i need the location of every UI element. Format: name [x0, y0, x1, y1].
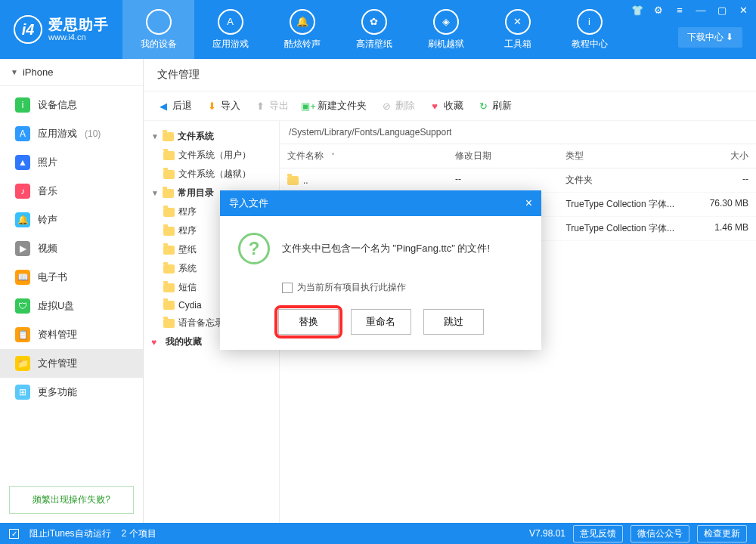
delete-icon: ⊘ [380, 100, 392, 112]
item-count: 2 个项目 [122, 527, 156, 540]
sidebar-item[interactable]: 🔔铃声 [0, 206, 143, 234]
nav-tutorials[interactable]: i教程中心 [553, 0, 625, 59]
sidebar-icon: 🔔 [15, 212, 30, 227]
nav-my-device[interactable]: 我的设备 [122, 0, 194, 59]
refresh-icon: ↻ [477, 100, 489, 112]
path-bar[interactable]: /System/Library/Fonts/LanguageSupport [280, 121, 756, 144]
apple-icon [146, 9, 172, 35]
feedback-button[interactable]: 意见反馈 [573, 525, 623, 542]
bell-icon: 🔔 [290, 9, 315, 35]
folder-icon [287, 176, 299, 185]
app-header: i4 爱思助手 www.i4.cn 我的设备 A应用游戏 🔔酷炫铃声 ✿高清壁纸… [0, 0, 756, 59]
sidebar-icon: ♪ [15, 184, 30, 199]
minimize-icon[interactable]: — [692, 3, 709, 17]
nav-apps[interactable]: A应用游戏 [194, 0, 266, 59]
export-icon: ⬆ [254, 100, 266, 112]
col-size[interactable]: 大小 [688, 144, 756, 168]
itunes-block-label: 阻止iTunes自动运行 [29, 527, 111, 540]
delete-button[interactable]: ⊘删除 [380, 99, 415, 113]
new-folder-icon: ▣+ [302, 100, 314, 112]
folder-icon [163, 170, 175, 179]
toolbox-icon: ✕ [505, 9, 531, 35]
sidebar-icon: ⊞ [15, 385, 30, 400]
favorite-button[interactable]: ♥收藏 [429, 99, 463, 113]
sidebar-item[interactable]: i设备信息 [0, 91, 143, 119]
import-file-dialog: 导入文件 × ? 文件夹中已包含一个名为 "PingFang.ttc" 的文件!… [220, 190, 541, 350]
folder-icon [163, 208, 175, 217]
folder-icon [163, 301, 175, 310]
folder-icon [163, 246, 175, 255]
apply-all-checkbox[interactable]: 为当前所有项目执行此操作 [282, 281, 523, 294]
logo-icon: i4 [14, 15, 42, 44]
sidebar-item[interactable]: 📋资料管理 [0, 320, 143, 349]
folder-icon [163, 283, 175, 292]
faq-link[interactable]: 频繁出现操作失败? [9, 486, 134, 514]
page-title: 文件管理 [144, 59, 756, 91]
maximize-icon[interactable]: ▢ [714, 3, 730, 17]
sidebar-label: 铃声 [38, 213, 57, 227]
sidebar-icon: 📁 [15, 356, 30, 371]
flower-icon: ✿ [361, 9, 387, 35]
wechat-button[interactable]: 微信公众号 [631, 525, 689, 542]
tree-filesystem[interactable]: ▼文件系统 [147, 127, 276, 146]
rename-button[interactable]: 重命名 [351, 309, 411, 335]
col-name[interactable]: 文件名称˄ [280, 144, 448, 168]
dialog-title: 导入文件 [229, 196, 268, 210]
app-logo: i4 爱思助手 www.i4.cn [0, 15, 122, 44]
settings-icon[interactable]: ⚙ [650, 3, 667, 17]
sidebar-item[interactable]: 📁文件管理 [0, 349, 143, 378]
tree-fs-jailbreak[interactable]: 文件系统（越狱） [147, 165, 276, 184]
check-update-button[interactable]: 检查更新 [697, 525, 747, 542]
sidebar-icon: 🛡 [15, 298, 30, 314]
replace-button[interactable]: 替换 [278, 309, 339, 335]
sidebar-item[interactable]: A应用游戏(10) [0, 119, 143, 148]
skip-button[interactable]: 跳过 [423, 309, 484, 335]
sidebar-label: 照片 [38, 156, 57, 169]
sidebar-label: 虚拟U盘 [38, 299, 74, 313]
import-button[interactable]: ⬇导入 [206, 99, 240, 113]
folder-icon [163, 151, 175, 160]
window-controls: 👕 ⚙ ≡ — ▢ ✕ [629, 3, 751, 17]
close-icon[interactable]: ✕ [735, 3, 751, 17]
skin-icon[interactable]: 👕 [629, 3, 646, 17]
file-list-header: 文件名称˄ 修改日期 类型 大小 [280, 144, 756, 168]
nav-toolbox[interactable]: ✕工具箱 [482, 0, 553, 59]
itunes-block-checkbox[interactable]: ✓ [9, 529, 19, 539]
device-selector[interactable]: ▼ iPhone [0, 59, 143, 86]
refresh-button[interactable]: ↻刷新 [477, 99, 512, 113]
download-center-button[interactable]: 下载中心 ⬇ [678, 27, 742, 48]
sidebar-icon: 📖 [15, 270, 30, 285]
back-button[interactable]: ◀后退 [157, 99, 192, 113]
sidebar-item[interactable]: ♪音乐 [0, 177, 143, 206]
checkbox-icon [282, 283, 293, 293]
folder-icon [163, 227, 175, 236]
export-button[interactable]: ⬆导出 [254, 99, 289, 113]
sidebar-label: 更多功能 [38, 385, 77, 399]
sidebar-item[interactable]: 📖电子书 [0, 263, 143, 292]
heart-icon: ♥ [429, 100, 441, 112]
sidebar-item[interactable]: ▲照片 [0, 148, 143, 177]
nav-jailbreak[interactable]: ◈刷机越狱 [410, 0, 482, 59]
sidebar-item[interactable]: 🛡虚拟U盘 [0, 292, 143, 320]
new-folder-button[interactable]: ▣+新建文件夹 [302, 99, 367, 113]
file-row[interactable]: ..--文件夹-- [280, 168, 756, 193]
sidebar-icon: i [15, 97, 30, 113]
dialog-close-button[interactable]: × [525, 196, 532, 210]
col-type[interactable]: 类型 [558, 144, 688, 168]
folder-icon [163, 132, 174, 141]
nav-wallpapers[interactable]: ✿高清壁纸 [338, 0, 410, 59]
sidebar-label: 应用游戏 [38, 127, 77, 141]
sidebar: ▼ iPhone i设备信息A应用游戏(10)▲照片♪音乐🔔铃声▶视频📖电子书🛡… [0, 59, 144, 523]
sidebar-item[interactable]: ▶视频 [0, 234, 143, 263]
sidebar-label: 视频 [38, 242, 57, 255]
col-date[interactable]: 修改日期 [448, 144, 558, 168]
nav-ringtones[interactable]: 🔔酷炫铃声 [266, 0, 338, 59]
sidebar-icon: ▶ [15, 241, 30, 256]
tree-fs-user[interactable]: 文件系统（用户） [147, 146, 276, 165]
sidebar-item[interactable]: ⊞更多功能 [0, 378, 143, 406]
sidebar-label: 电子书 [38, 270, 67, 284]
chevron-down-icon: ▼ [11, 68, 18, 76]
info-icon: i [577, 9, 603, 35]
menu-icon[interactable]: ≡ [671, 3, 688, 17]
back-icon: ◀ [157, 100, 169, 112]
